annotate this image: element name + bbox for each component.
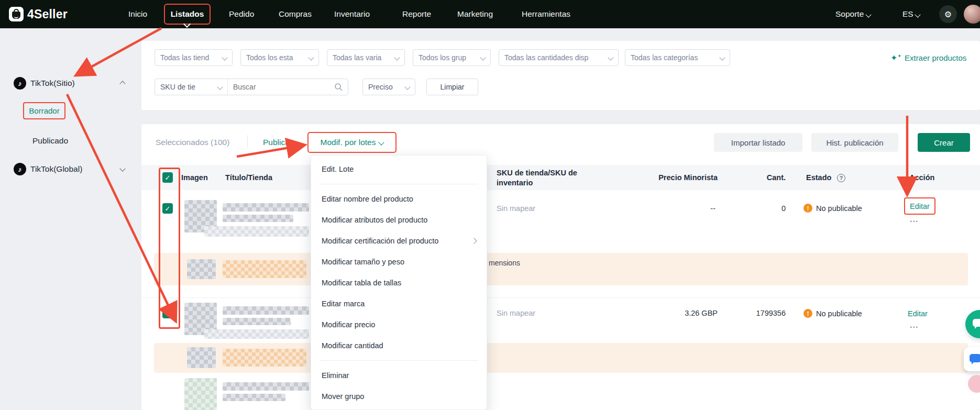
sidebar-section-tiktok-global[interactable]: TikTok(Global) — [30, 164, 82, 174]
warning-text-blurred — [223, 349, 306, 367]
menu-item-modificar-tabla-tallas[interactable]: Modificar tabla de tallas — [311, 272, 487, 293]
nav-item-inicio[interactable]: Inicio — [128, 0, 147, 28]
search-input[interactable] — [228, 79, 334, 95]
menu-divider — [320, 360, 478, 361]
filter-groups-select[interactable]: Todos los grup — [413, 49, 491, 66]
chevron-down-icon — [404, 84, 410, 90]
clear-button[interactable]: Limpiar — [426, 79, 478, 95]
warning-icon: ! — [803, 204, 812, 213]
create-button[interactable]: Crear — [918, 133, 970, 152]
menu-item-editar-nombre[interactable]: Editar nombre del producto — [311, 189, 487, 209]
sidebar-item-publicado[interactable]: Publicado — [32, 136, 68, 146]
publish-button[interactable]: Publicar — [263, 138, 292, 147]
row-more-button[interactable]: ... — [910, 320, 918, 330]
search-icon[interactable] — [334, 79, 348, 95]
settings-button[interactable]: ⚙ — [939, 5, 957, 23]
publish-history-button[interactable]: Hist. publicación — [811, 133, 898, 152]
sparkles-icon: ✦✦ — [890, 53, 901, 63]
tiktok-icon — [14, 77, 26, 90]
4seller-logo-icon — [9, 7, 24, 21]
menu-item-modificar-precio[interactable]: Modificar precio — [311, 314, 487, 335]
menu-item-eliminar[interactable]: Eliminar — [311, 365, 487, 386]
product-image-blurred — [184, 378, 217, 410]
tiktok-icon — [14, 163, 26, 175]
precise-match-select[interactable]: Preciso — [362, 79, 415, 95]
row-status-value: No publicable — [816, 204, 862, 213]
select-all-checkbox[interactable] — [162, 172, 173, 183]
app-window: 4Seller Inicio Listados Pedido Compras I… — [0, 0, 980, 410]
row-price-value: -- — [681, 204, 715, 213]
chevron-down-icon[interactable] — [119, 165, 125, 171]
sidebar-section-tiktok-sitio[interactable]: TikTok(Sitio) — [30, 79, 75, 88]
top-navbar: 4Seller Inicio Listados Pedido Compras I… — [0, 0, 980, 28]
toolbar-divider — [247, 135, 248, 148]
chevron-down-icon — [480, 54, 486, 60]
menu-item-edit-lote[interactable]: Edit. Lote — [311, 159, 487, 180]
import-listing-button[interactable]: Importar listado — [714, 133, 802, 152]
product-title-blurred — [223, 382, 309, 391]
filter-status-select[interactable]: Todos los esta — [240, 49, 319, 66]
menu-item-modificar-cantidad[interactable]: Modificar cantidad — [311, 335, 487, 356]
extract-products-link[interactable]: ✦✦ Extraer productos — [890, 53, 966, 63]
batch-edit-dropdown-button[interactable]: Modif. por lotes — [307, 132, 397, 153]
chevron-down-icon — [217, 84, 223, 90]
chevron-down-icon — [915, 12, 920, 17]
product-title-blurred — [223, 215, 293, 222]
language-menu[interactable]: ES — [902, 0, 920, 28]
column-header-sku: SKU de tienda/SKU de inventario — [497, 168, 586, 188]
nav-item-marketing[interactable]: Marketing — [457, 0, 493, 28]
column-header-precio: Precio Minorista — [639, 173, 718, 182]
status-help-icon[interactable]: ? — [837, 174, 845, 182]
user-avatar[interactable] — [964, 5, 980, 24]
menu-divider — [320, 184, 478, 184]
edit-action-link[interactable]: Editar — [904, 197, 935, 215]
menu-item-mover-grupo[interactable]: Mover grupo — [311, 386, 487, 407]
row-sku-value: Sin mapear — [497, 309, 535, 317]
sidebar-item-borrador[interactable]: Borrador — [23, 102, 65, 119]
store-name-blurred — [204, 329, 309, 339]
gear-icon: ⚙ — [944, 9, 952, 19]
column-header-imagen: Imagen — [181, 173, 208, 182]
chevron-down-icon — [379, 139, 384, 145]
search-field-type-select[interactable]: SKU de tie — [155, 79, 228, 95]
brand-name: 4Seller — [27, 0, 68, 28]
menu-item-modificar-atributos[interactable]: Modificar atributos del producto — [311, 209, 487, 230]
messenger-button[interactable] — [964, 347, 980, 371]
column-header-titulo-tienda: Título/Tienda — [225, 173, 272, 182]
chat-bubble-icon — [970, 354, 980, 362]
batch-edit-menu: Edit. Lote Editar nombre del producto Mo… — [311, 155, 487, 410]
menu-item-modificar-tamano-peso[interactable]: Modificar tamaño y peso — [311, 251, 487, 272]
nav-item-herramientas[interactable]: Herramientas — [522, 0, 570, 28]
row-more-button[interactable]: ... — [910, 215, 918, 224]
warning-thumb-blurred — [187, 259, 216, 279]
row-qty-value: 0 — [754, 204, 786, 213]
warning-icon: ! — [803, 309, 812, 318]
chat-bubble-icon — [973, 319, 980, 327]
filter-stores-select[interactable]: Todas las tiend — [155, 49, 233, 66]
chevron-down-icon — [719, 54, 725, 60]
filter-quantities-select[interactable]: Todas las cantidades disp — [499, 49, 619, 66]
nav-item-inventario[interactable]: Inventario — [334, 0, 370, 28]
nav-item-pedido[interactable]: Pedido — [229, 0, 254, 28]
chevron-up-icon[interactable] — [119, 81, 125, 86]
warning-text-blurred — [223, 260, 306, 278]
filter-categories-select[interactable]: Todas las categorías — [625, 49, 730, 66]
chevron-down-icon — [222, 54, 227, 60]
menu-item-modificar-certificacion[interactable]: Modificar certificación del producto — [311, 230, 487, 251]
warning-message-text: mensions — [489, 259, 520, 267]
menu-item-editar-marca[interactable]: Editar marca — [311, 293, 487, 314]
row-checkbox[interactable] — [162, 203, 173, 214]
column-header-accion: Acción — [909, 173, 934, 182]
support-menu[interactable]: Soporte — [835, 0, 871, 28]
filter-variants-select[interactable]: Todas las varia — [327, 49, 405, 66]
sidebar: TikTok(Sitio) Borrador Publicado TikTok(… — [0, 28, 131, 410]
product-title-blurred — [223, 394, 285, 401]
edit-action-link[interactable]: Editar — [908, 309, 928, 318]
column-header-estado: Estado — [806, 173, 831, 182]
nav-item-compras[interactable]: Compras — [279, 0, 312, 28]
row-checkbox[interactable] — [162, 308, 173, 318]
product-title-blurred — [223, 318, 291, 325]
row-qty-value: 1799356 — [749, 309, 786, 317]
nav-item-reporte[interactable]: Reporte — [402, 0, 431, 28]
selected-count-label: Seleccionados (100) — [156, 138, 229, 147]
